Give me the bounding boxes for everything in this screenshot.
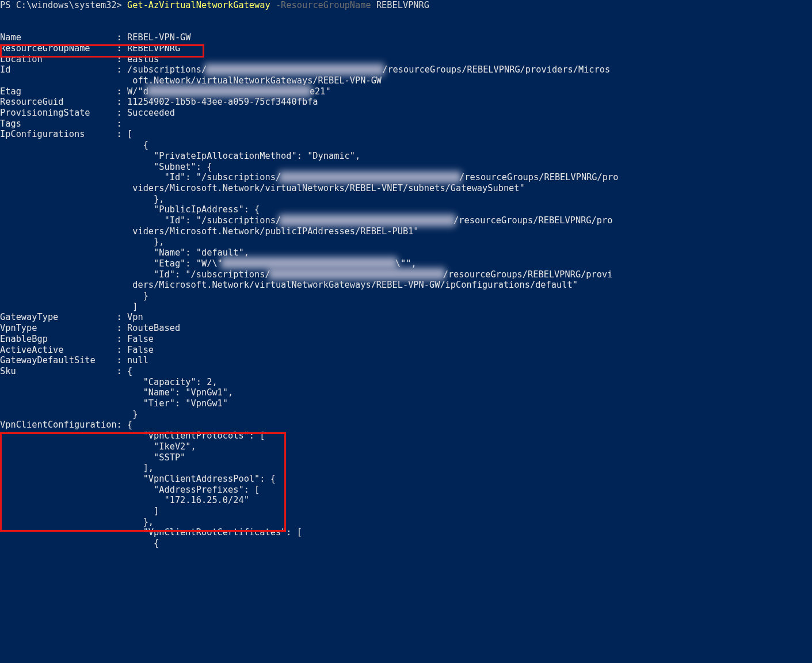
param-value: REBELVPNRG [376,0,429,10]
prompt: PS C:\windows\system32> [0,0,127,10]
cmdlet: Get-AzVirtualNetworkGateway [127,0,270,10]
powershell-terminal[interactable]: PS C:\windows\system32> Get-AzVirtualNet… [0,0,812,549]
param-flag: -ResourceGroupName [270,0,376,10]
